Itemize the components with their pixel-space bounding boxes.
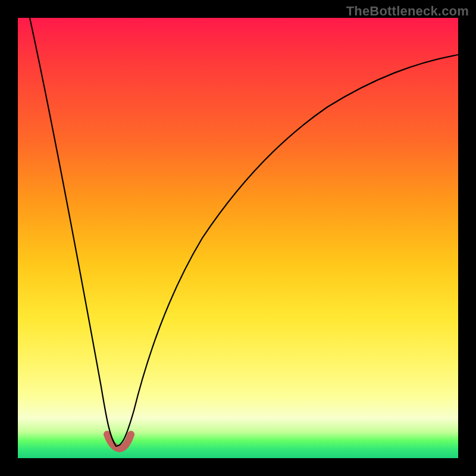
watermark-text: TheBottleneck.com — [346, 4, 469, 19]
plot-area — [18, 18, 458, 458]
bottleneck-curve — [18, 18, 458, 458]
curve-line — [30, 18, 458, 446]
chart-frame: TheBottleneck.com — [0, 0, 476, 476]
valley-highlight — [107, 434, 131, 449]
